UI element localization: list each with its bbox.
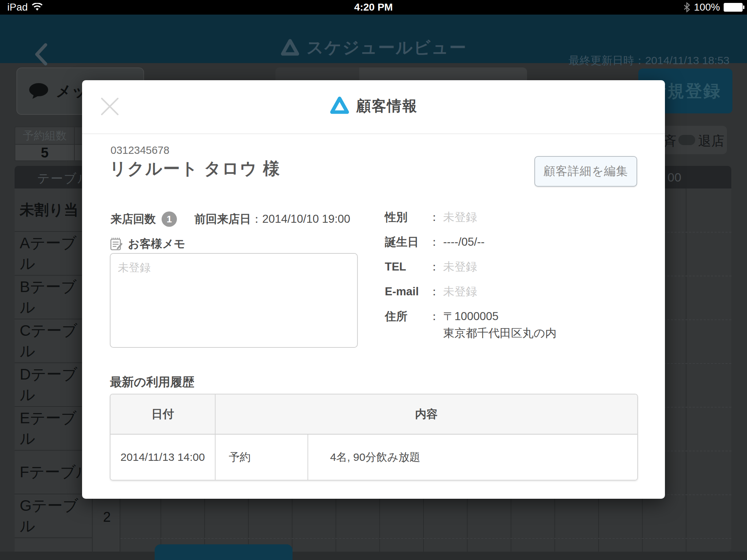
history-table-row: 2014/11/13 14:00 予約 4名, 90分飲み放題 xyxy=(111,435,637,480)
table-row[interactable]: Dテーブル xyxy=(15,363,92,407)
visits-row: 来店回数 1 前回来店日 ： 2014/10/10 19:00 xyxy=(111,211,350,227)
visit-count-badge: 1 xyxy=(162,211,177,227)
col-content: 内容 xyxy=(216,394,637,434)
legend-fragment: 斉 xyxy=(663,132,676,150)
history-detail: 4名, 90分飲み放題 xyxy=(308,435,637,480)
field-email: E-mail ： 未登録 xyxy=(385,284,557,299)
table-row[interactable]: Cテーブル xyxy=(15,319,92,363)
table-row[interactable]: Fテーブル xyxy=(15,451,92,494)
field-address: 住所 ： 〒1000005東京都千代田区丸の内 xyxy=(385,309,557,341)
history-table-header: 日付 内容 xyxy=(111,394,637,435)
modal-title-label: 顧客情報 xyxy=(356,96,418,116)
clock: 4:20 PM xyxy=(0,1,747,13)
table-row[interactable]: Bテーブル xyxy=(15,276,92,319)
time-header-fragment: 00 xyxy=(667,170,681,184)
speech-bubble-icon xyxy=(28,82,49,100)
table-row[interactable]: Gテーブル xyxy=(15,494,92,538)
brand-logo-icon xyxy=(329,96,350,116)
field-gender: 性別 ： 未登録 xyxy=(385,210,557,225)
exit-toggle[interactable] xyxy=(678,135,695,145)
bluetooth-icon xyxy=(684,2,690,12)
app-title-label: スケジュールビュー xyxy=(306,36,467,59)
battery-icon xyxy=(724,3,743,12)
customer-phone: 0312345678 xyxy=(111,144,169,156)
field-tel: TEL ： 未登録 xyxy=(385,260,557,274)
status-bar: iPad 4:20 PM 100% xyxy=(0,0,747,15)
memo-label: お客様メモ xyxy=(128,236,185,252)
app-title: スケジュールビュー xyxy=(280,36,467,59)
colon: ： xyxy=(251,211,262,227)
legend-exit-label: 退店 xyxy=(698,132,724,150)
customer-fields: 性別 ： 未登録 誕生日 ： ----/05/-- TEL ： 未登録 E-ma… xyxy=(385,210,557,351)
history-heading: 最新の利用履歴 xyxy=(110,374,194,390)
back-button[interactable] xyxy=(34,43,48,66)
reservation-count-value: 5 xyxy=(15,145,75,161)
table-row[interactable]: Eテーブル xyxy=(15,407,92,451)
screen: iPad 4:20 PM 100% スケジュールビュー 最終更新日時 xyxy=(0,0,747,560)
table-name-column: 未割り当 Aテーブル Bテーブル Cテーブル Dテーブル Eテーブル Fテーブル… xyxy=(15,188,92,552)
last-updated-label: 最終更新日時：2014/11/13 18:53 xyxy=(569,53,729,68)
col-date: 日付 xyxy=(111,394,216,434)
last-visit-label: 前回来店日 xyxy=(194,211,251,227)
table-row[interactable]: Aテーブル xyxy=(15,232,92,276)
app-logo-icon xyxy=(280,38,300,58)
memo-label-row: お客様メモ xyxy=(110,236,185,252)
reservation-count-label: 予約組数 xyxy=(15,127,75,144)
battery-percent: 100% xyxy=(694,1,720,13)
last-visit-value: 2014/10/10 19:00 xyxy=(262,213,350,226)
field-birthday: 誕生日 ： ----/05/-- xyxy=(385,235,557,249)
row-unassigned[interactable]: 未割り当 xyxy=(15,188,92,232)
edit-customer-button[interactable]: 顧客詳細を編集 xyxy=(534,156,637,187)
nav-bar: スケジュールビュー 最終更新日時：2014/11/13 18:53 xyxy=(0,15,747,63)
visits-label: 来店回数 xyxy=(111,211,156,227)
history-date: 2014/11/13 14:00 xyxy=(111,435,216,480)
memo-icon xyxy=(110,237,123,251)
reservation-chip[interactable] xyxy=(155,544,293,560)
history-type: 予約 xyxy=(216,435,308,480)
history-table: 日付 内容 2014/11/13 14:00 予約 4名, 90分飲み放題 xyxy=(110,394,638,481)
customer-name: リクルート タロウ 様 xyxy=(109,158,280,180)
memo-textarea[interactable] xyxy=(110,253,358,348)
bottom-strip xyxy=(0,552,747,560)
modal-title: 顧客情報 xyxy=(82,96,665,116)
modal-header-divider xyxy=(82,133,665,134)
customer-info-modal: 顧客情報 0312345678 リクルート タロウ 様 顧客詳細を編集 来店回数… xyxy=(82,80,665,499)
g-row-count: 2 xyxy=(93,509,121,525)
